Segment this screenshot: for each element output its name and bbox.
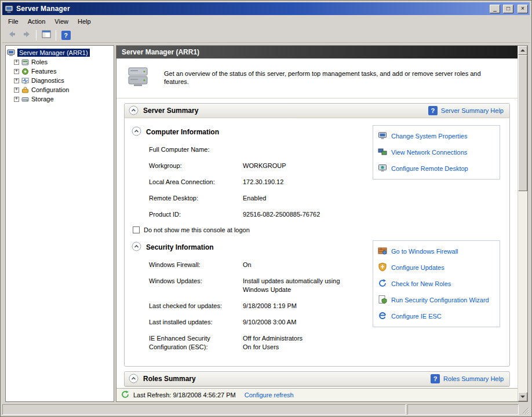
run-security-configuration-wizard-link[interactable]: Run Security Configuration Wizard [378,295,495,305]
security-wizard-icon [378,295,387,305]
server-manager-icon [7,49,15,57]
close-button[interactable]: × [518,5,528,13]
field-last-installed-updates: Last installed updates: 9/10/2008 3:00 A… [149,318,366,327]
field-value-line1: Off for Administrators [243,335,303,342]
section-title: Server Summary [143,107,424,115]
expand-icon[interactable]: + [14,87,19,93]
maximize-button[interactable]: □ [503,5,513,13]
sidebar-item-roles[interactable]: + Roles [7,57,112,67]
menu-help[interactable]: Help [73,16,96,27]
field-remote-desktop: Remote Desktop: Enabled [149,194,366,203]
computer-information-links-box: Change System Properties View Network Co… [373,125,500,180]
toolbar-separator [56,30,56,41]
collapse-chevron-icon[interactable] [129,105,139,116]
firewall-icon [378,246,387,257]
menu-file[interactable]: File [3,16,23,27]
sidebar-item-configuration[interactable]: + Configuration [7,85,112,94]
sidebar-item-label: Configuration [31,86,69,93]
overview-strip: Get an overview of the status of this se… [116,58,518,98]
configure-ie-esc-link[interactable]: Configure IE ESC [378,311,495,321]
configure-updates-link[interactable]: Configure Updates [378,262,495,273]
field-value-line2: On for Users [243,343,279,350]
status-cell [2,404,406,415]
scrollbar-track[interactable] [518,55,527,392]
menu-action[interactable]: Action [23,16,50,27]
configure-remote-desktop-link[interactable]: Configure Remote Desktop [378,163,495,174]
scroll-down-icon [520,396,525,398]
scrollbar-thumb[interactable] [518,55,527,191]
sidebar-item-features[interactable]: + Features [7,67,112,76]
field-label: Workgroup: [149,162,243,170]
link-label: Configure Updates [391,264,444,271]
subsection-title: Security Information [146,243,214,251]
configure-refresh-link[interactable]: Configure refresh [245,392,294,398]
field-ie-esc: IE Enhanced Security Configuration (ESC)… [149,334,366,352]
console-logon-checkbox-row: Do not show me this console at logon [133,226,366,233]
field-full-computer-name: Full Computer Name: [149,145,366,154]
help-icon: ? [431,374,440,383]
field-label: IE Enhanced Security Configuration (ESC)… [149,334,243,352]
console-tree-toggle-button[interactable] [39,29,53,42]
security-information-fields: Windows Firewall: On Windows Updates: In… [149,261,366,352]
field-label: Product ID: [149,210,243,219]
window-title: Server Manager [16,5,487,13]
collapse-chevron-icon[interactable] [129,374,139,385]
link-label: Go to Windows Firewall [391,248,458,255]
minimize-button[interactable]: _ [490,5,500,13]
console-tree: Server Manager (ARR1) + Roles + Features… [5,45,114,402]
vertical-scrollbar[interactable] [518,46,527,401]
features-icon [21,68,29,75]
system-properties-icon [378,131,387,141]
server-summary-section: Server Summary ? Server Summary Help [124,103,510,367]
expand-icon[interactable]: + [14,69,19,74]
field-label: Windows Updates: [149,277,243,294]
toolbar: ? [2,28,530,43]
sidebar-item-storage[interactable]: + Storage [7,94,112,104]
details-body: Get an overview of the status of this se… [116,58,518,388]
checkbox-label: Do not show me this console at logon [144,226,250,233]
configuration-icon [21,86,29,94]
roles-summary-header: Roles Summary ? Roles Summary Help [125,372,509,386]
view-network-connections-link[interactable]: View Network Connections [378,147,495,158]
field-label: Full Computer Name: [149,145,243,154]
field-value: Enabled [243,194,366,203]
help-icon: ? [61,31,71,40]
link-label: View Network Connections [391,149,467,156]
check-for-new-roles-link[interactable]: Check for New Roles [378,279,495,289]
title-bar[interactable]: Server Manager _ □ × [2,2,530,15]
server-summary-body: Computer Information Full Computer Name:… [125,118,509,366]
subsection-title: Computer Information [146,128,219,136]
help-button[interactable]: ? [59,29,73,42]
field-last-checked-updates: Last checked for updates: 9/18/2008 1:19… [149,302,366,310]
sidebar-item-diagnostics[interactable]: + Diagnostics [7,76,112,85]
collapse-chevron-icon[interactable] [132,126,141,137]
back-button[interactable] [5,29,19,42]
expand-icon[interactable]: + [14,97,19,102]
scroll-up-button[interactable] [518,46,527,55]
field-label: Last checked for updates: [149,302,243,310]
app-icon [5,5,13,13]
change-system-properties-link[interactable]: Change System Properties [378,131,495,141]
section-title: Roles Summary [143,375,426,383]
tree-root-server-manager[interactable]: Server Manager (ARR1) [7,48,112,57]
server-summary-help-link[interactable]: ? Server Summary Help [428,106,504,115]
go-to-windows-firewall-link[interactable]: Go to Windows Firewall [378,246,495,257]
forward-button[interactable] [19,29,34,42]
sidebar-item-label: Features [31,68,56,75]
link-label: Change System Properties [391,133,467,140]
resize-grip[interactable] [520,404,530,415]
expand-icon[interactable]: + [14,60,19,65]
status-bar [2,403,530,415]
status-cell [407,404,519,415]
scroll-down-button[interactable] [518,392,527,401]
expand-icon[interactable]: + [14,78,19,83]
collapse-chevron-icon[interactable] [132,242,141,253]
console-logon-checkbox[interactable] [133,226,140,233]
computer-information-subsection: Computer Information Full Computer Name:… [132,126,502,233]
field-value: Off for Administrators On for Users [243,334,366,352]
updates-icon [378,262,387,273]
field-value: 92516-082-2500885-76762 [243,210,366,219]
scroll-up-icon [520,49,525,52]
roles-summary-help-link[interactable]: ? Roles Summary Help [431,374,504,383]
menu-view[interactable]: View [50,16,73,27]
